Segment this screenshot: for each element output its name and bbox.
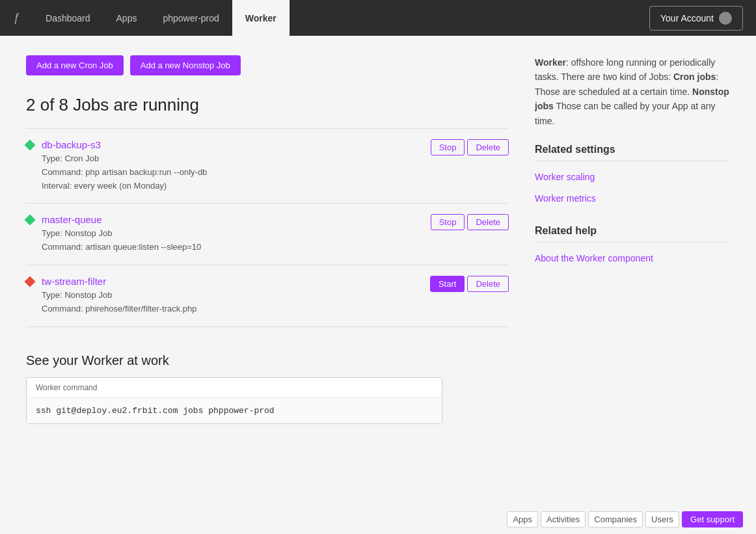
get-support-button[interactable]: Get support (682, 511, 743, 527)
related-help-link-0[interactable]: About the Worker component (535, 248, 730, 269)
info-worker-bold: Worker (535, 57, 566, 68)
job-name-1[interactable]: db-backup-s3 (42, 139, 101, 150)
job-info-3: tw-stream-filter Type: Nonstop Job Comma… (42, 276, 422, 316)
delete-button-3[interactable]: Delete (467, 276, 509, 292)
job-actions-2: Stop Delete (431, 214, 509, 230)
info-cron-bold: Cron jobs (673, 72, 716, 82)
job-interval-1: Interval: every week (on Monday) (42, 180, 423, 193)
logo: ƒ (0, 11, 33, 25)
footer-link-apps[interactable]: Apps (507, 511, 538, 527)
job-meta-1: Type: Cron Job Command: php artisan back… (42, 152, 423, 193)
job-command-1: Command: php artisan backup:run --only-d… (42, 166, 423, 180)
related-settings-link-0[interactable]: Worker scaling (535, 167, 730, 188)
command-value[interactable]: ssh git@deploy.eu2.frbit.com jobs phppow… (27, 398, 442, 423)
stop-button-1[interactable]: Stop (431, 139, 465, 155)
related-settings-section: Related settings Worker scaling Worker m… (535, 144, 730, 209)
footer-link-users[interactable]: Users (645, 511, 679, 527)
worker-section-title: See your Worker at work (26, 353, 509, 368)
job-command-3: Command: phirehose/filter/filter-track.p… (42, 302, 422, 316)
job-status-icon-2 (26, 215, 34, 226)
footer: Apps Activities Companies Users Get supp… (494, 505, 756, 534)
job-info-2: master-queue Type: Nonstop Job Command: … (42, 214, 423, 254)
table-row: db-backup-s3 Type: Cron Job Command: php… (26, 129, 509, 204)
job-meta-3: Type: Nonstop Job Command: phirehose/fil… (42, 289, 422, 316)
job-info-1: db-backup-s3 Type: Cron Job Command: php… (42, 139, 423, 193)
stop-button-2[interactable]: Stop (431, 214, 465, 230)
job-status-icon-3 (26, 277, 34, 287)
related-help-title: Related help (535, 225, 730, 243)
job-meta-2: Type: Nonstop Job Command: artisan queue… (42, 227, 423, 254)
related-help-section: Related help About the Worker component (535, 225, 730, 269)
add-nonstop-job-button[interactable]: Add a new Nonstop Job (130, 55, 241, 75)
info-desc-6: Those can be called by your App at any t… (535, 101, 716, 126)
job-name-2[interactable]: master-queue (42, 214, 102, 225)
table-row: tw-stream-filter Type: Nonstop Job Comma… (26, 265, 509, 327)
info-description: Worker: offshore long running or periodi… (535, 55, 730, 128)
command-box: Worker command ssh git@deploy.eu2.frbit.… (26, 377, 442, 424)
job-type-2: Type: Nonstop Job (42, 227, 423, 241)
right-panel: Worker: offshore long running or periodi… (535, 55, 730, 424)
worker-at-work-section: See your Worker at work Worker command s… (26, 353, 509, 424)
job-status-icon-1 (26, 140, 34, 151)
job-name-3[interactable]: tw-stream-filter (42, 276, 106, 287)
nav-item-dashboard[interactable]: Dashboard (33, 0, 103, 36)
jobs-list: db-backup-s3 Type: Cron Job Command: php… (26, 128, 509, 327)
job-actions-1: Stop Delete (431, 139, 509, 155)
job-actions-3: Start Delete (430, 276, 509, 292)
action-buttons: Add a new Cron Job Add a new Nonstop Job (26, 55, 509, 75)
footer-link-companies[interactable]: Companies (588, 511, 643, 527)
nav-item-apps[interactable]: Apps (103, 0, 150, 36)
delete-button-2[interactable]: Delete (467, 214, 509, 230)
page-title: 2 of 8 Jobs are running (26, 95, 509, 115)
nav-item-worker[interactable]: Worker (232, 0, 290, 36)
top-navigation: ƒ Dashboard Apps phpower-prod Worker You… (0, 0, 756, 36)
start-button-3[interactable]: Start (430, 276, 465, 292)
related-settings-title: Related settings (535, 144, 730, 161)
related-settings-link-1[interactable]: Worker metrics (535, 188, 730, 209)
account-button[interactable]: Your Account (649, 6, 743, 31)
job-type-1: Type: Cron Job (42, 152, 423, 166)
delete-button-1[interactable]: Delete (467, 139, 509, 155)
account-label: Your Account (660, 13, 714, 23)
main-content: Add a new Cron Job Add a new Nonstop Job… (0, 36, 756, 444)
footer-link-activities[interactable]: Activities (541, 511, 586, 527)
stopped-icon-3 (25, 276, 36, 287)
running-icon (25, 140, 36, 151)
left-panel: Add a new Cron Job Add a new Nonstop Job… (26, 55, 509, 424)
command-label: Worker command (27, 378, 442, 398)
account-avatar (719, 12, 732, 25)
table-row: master-queue Type: Nonstop Job Command: … (26, 204, 509, 265)
nav-right: Your Account (636, 6, 756, 31)
nav-left: ƒ Dashboard Apps phpower-prod Worker (0, 0, 290, 36)
add-cron-job-button[interactable]: Add a new Cron Job (26, 55, 124, 75)
job-type-3: Type: Nonstop Job (42, 289, 422, 302)
nav-item-phpower-prod[interactable]: phpower-prod (150, 0, 232, 36)
running-icon-2 (25, 215, 36, 226)
job-command-2: Command: artisan queue:listen --sleep=10 (42, 241, 423, 254)
